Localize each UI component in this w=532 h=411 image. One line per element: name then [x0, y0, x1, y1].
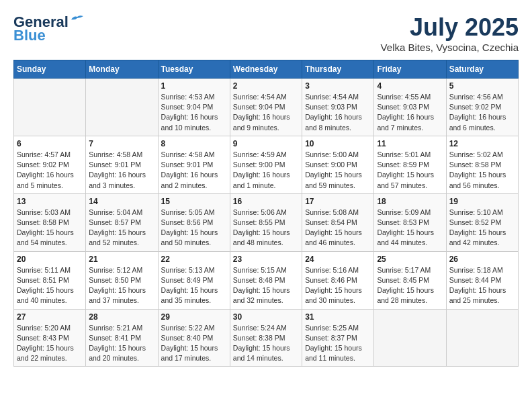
day-info: Sunrise: 5:06 AM Sunset: 8:55 PM Dayligh…	[233, 208, 299, 248]
calendar-cell: 22Sunrise: 5:13 AM Sunset: 8:49 PM Dayli…	[158, 251, 230, 309]
page-header: General Blue July 2025 Velka Bites, Vyso…	[13, 13, 519, 53]
day-number: 18	[377, 197, 443, 206]
calendar-cell: 12Sunrise: 5:02 AM Sunset: 8:58 PM Dayli…	[446, 136, 518, 193]
day-info: Sunrise: 5:13 AM Sunset: 8:49 PM Dayligh…	[161, 265, 227, 306]
col-header-monday: Monday	[86, 60, 158, 79]
day-number: 31	[305, 312, 371, 322]
col-header-sunday: Sunday	[14, 60, 86, 79]
calendar-cell: 20Sunrise: 5:11 AM Sunset: 8:51 PM Dayli…	[14, 251, 86, 309]
calendar-week-row: 1Sunrise: 4:53 AM Sunset: 9:04 PM Daylig…	[14, 79, 519, 136]
calendar-cell: 19Sunrise: 5:10 AM Sunset: 8:52 PM Dayli…	[446, 193, 518, 251]
day-info: Sunrise: 5:12 AM Sunset: 8:50 PM Dayligh…	[89, 265, 154, 306]
logo: General Blue	[13, 13, 85, 44]
day-info: Sunrise: 5:18 AM Sunset: 8:44 PM Dayligh…	[449, 265, 515, 306]
calendar-cell: 4Sunrise: 4:55 AM Sunset: 9:03 PM Daylig…	[374, 79, 446, 136]
calendar-cell	[14, 79, 86, 136]
day-number: 28	[89, 312, 154, 322]
day-info: Sunrise: 5:02 AM Sunset: 8:58 PM Dayligh…	[449, 150, 515, 191]
day-info: Sunrise: 5:05 AM Sunset: 8:56 PM Dayligh…	[161, 208, 227, 248]
day-number: 22	[161, 255, 227, 264]
day-info: Sunrise: 4:58 AM Sunset: 9:01 PM Dayligh…	[89, 150, 154, 191]
day-number: 26	[449, 255, 515, 264]
day-info: Sunrise: 5:24 AM Sunset: 8:38 PM Dayligh…	[233, 323, 299, 364]
day-info: Sunrise: 4:56 AM Sunset: 9:02 PM Dayligh…	[449, 92, 515, 133]
day-info: Sunrise: 4:54 AM Sunset: 9:04 PM Dayligh…	[233, 92, 299, 133]
calendar-cell: 5Sunrise: 4:56 AM Sunset: 9:02 PM Daylig…	[446, 79, 518, 136]
calendar-cell	[86, 79, 158, 136]
calendar-cell: 14Sunrise: 5:04 AM Sunset: 8:57 PM Dayli…	[86, 193, 158, 251]
day-number: 5	[449, 81, 515, 91]
day-number: 24	[305, 255, 371, 264]
calendar-cell	[374, 309, 446, 367]
day-number: 15	[161, 197, 227, 206]
day-info: Sunrise: 5:17 AM Sunset: 8:45 PM Dayligh…	[377, 265, 443, 306]
day-number: 14	[89, 197, 154, 206]
calendar-cell: 30Sunrise: 5:24 AM Sunset: 8:38 PM Dayli…	[230, 309, 302, 367]
day-number: 13	[17, 197, 83, 206]
day-info: Sunrise: 5:11 AM Sunset: 8:51 PM Dayligh…	[17, 265, 83, 306]
calendar-cell: 15Sunrise: 5:05 AM Sunset: 8:56 PM Dayli…	[158, 193, 230, 251]
day-number: 8	[161, 139, 227, 148]
calendar-week-row: 13Sunrise: 5:03 AM Sunset: 8:58 PM Dayli…	[14, 193, 519, 251]
calendar-cell: 26Sunrise: 5:18 AM Sunset: 8:44 PM Dayli…	[446, 251, 518, 309]
calendar-cell: 16Sunrise: 5:06 AM Sunset: 8:55 PM Dayli…	[230, 193, 302, 251]
calendar-cell: 31Sunrise: 5:25 AM Sunset: 8:37 PM Dayli…	[302, 309, 374, 367]
calendar-header-row: SundayMondayTuesdayWednesdayThursdayFrid…	[14, 60, 519, 79]
calendar-cell: 28Sunrise: 5:21 AM Sunset: 8:41 PM Dayli…	[86, 309, 158, 367]
day-number: 4	[377, 81, 443, 91]
calendar-cell: 6Sunrise: 4:57 AM Sunset: 9:02 PM Daylig…	[14, 136, 86, 193]
calendar-cell: 23Sunrise: 5:15 AM Sunset: 8:48 PM Dayli…	[230, 251, 302, 309]
col-header-friday: Friday	[374, 60, 446, 79]
col-header-saturday: Saturday	[446, 60, 518, 79]
calendar-cell: 21Sunrise: 5:12 AM Sunset: 8:50 PM Dayli…	[86, 251, 158, 309]
day-info: Sunrise: 5:00 AM Sunset: 9:00 PM Dayligh…	[305, 150, 371, 191]
day-number: 2	[233, 81, 299, 91]
day-info: Sunrise: 5:01 AM Sunset: 8:59 PM Dayligh…	[377, 150, 443, 191]
day-info: Sunrise: 4:55 AM Sunset: 9:03 PM Dayligh…	[377, 92, 443, 133]
calendar-cell: 3Sunrise: 4:54 AM Sunset: 9:03 PM Daylig…	[302, 79, 374, 136]
day-info: Sunrise: 5:20 AM Sunset: 8:43 PM Dayligh…	[17, 323, 83, 364]
day-info: Sunrise: 5:21 AM Sunset: 8:41 PM Dayligh…	[89, 323, 154, 364]
day-number: 23	[233, 255, 299, 264]
col-header-tuesday: Tuesday	[158, 60, 230, 79]
logo-bird-icon	[70, 14, 85, 25]
calendar-week-row: 27Sunrise: 5:20 AM Sunset: 8:43 PM Dayli…	[14, 309, 519, 367]
day-number: 6	[17, 139, 83, 148]
calendar-cell: 2Sunrise: 4:54 AM Sunset: 9:04 PM Daylig…	[230, 79, 302, 136]
calendar-cell: 7Sunrise: 4:58 AM Sunset: 9:01 PM Daylig…	[86, 136, 158, 193]
day-number: 10	[305, 139, 371, 148]
location: Velka Bites, Vysocina, Czechia	[381, 42, 519, 53]
calendar-cell: 8Sunrise: 4:58 AM Sunset: 9:01 PM Daylig…	[158, 136, 230, 193]
calendar-cell: 11Sunrise: 5:01 AM Sunset: 8:59 PM Dayli…	[374, 136, 446, 193]
day-number: 3	[305, 81, 371, 91]
day-number: 17	[305, 197, 371, 206]
day-number: 12	[449, 139, 515, 148]
day-info: Sunrise: 5:09 AM Sunset: 8:53 PM Dayligh…	[377, 208, 443, 248]
col-header-thursday: Thursday	[302, 60, 374, 79]
calendar-cell: 13Sunrise: 5:03 AM Sunset: 8:58 PM Dayli…	[14, 193, 86, 251]
day-number: 21	[89, 255, 154, 264]
calendar-cell: 25Sunrise: 5:17 AM Sunset: 8:45 PM Dayli…	[374, 251, 446, 309]
day-info: Sunrise: 4:58 AM Sunset: 9:01 PM Dayligh…	[161, 150, 227, 191]
day-info: Sunrise: 5:08 AM Sunset: 8:54 PM Dayligh…	[305, 208, 371, 248]
day-info: Sunrise: 4:53 AM Sunset: 9:04 PM Dayligh…	[161, 92, 227, 133]
day-info: Sunrise: 5:25 AM Sunset: 8:37 PM Dayligh…	[305, 323, 371, 364]
calendar-cell: 24Sunrise: 5:16 AM Sunset: 8:46 PM Dayli…	[302, 251, 374, 309]
calendar-cell: 27Sunrise: 5:20 AM Sunset: 8:43 PM Dayli…	[14, 309, 86, 367]
day-info: Sunrise: 5:16 AM Sunset: 8:46 PM Dayligh…	[305, 265, 371, 306]
calendar-cell: 10Sunrise: 5:00 AM Sunset: 9:00 PM Dayli…	[302, 136, 374, 193]
day-number: 7	[89, 139, 154, 148]
day-info: Sunrise: 5:10 AM Sunset: 8:52 PM Dayligh…	[449, 208, 515, 248]
calendar-table: SundayMondayTuesdayWednesdayThursdayFrid…	[13, 60, 519, 367]
day-info: Sunrise: 4:57 AM Sunset: 9:02 PM Dayligh…	[17, 150, 83, 191]
day-info: Sunrise: 5:22 AM Sunset: 8:40 PM Dayligh…	[161, 323, 227, 364]
day-number: 20	[17, 255, 83, 264]
day-info: Sunrise: 5:15 AM Sunset: 8:48 PM Dayligh…	[233, 265, 299, 306]
day-number: 30	[233, 312, 299, 322]
logo-blue: Blue	[13, 27, 46, 44]
col-header-wednesday: Wednesday	[230, 60, 302, 79]
calendar-cell: 29Sunrise: 5:22 AM Sunset: 8:40 PM Dayli…	[158, 309, 230, 367]
day-info: Sunrise: 5:04 AM Sunset: 8:57 PM Dayligh…	[89, 208, 154, 248]
day-number: 19	[449, 197, 515, 206]
day-number: 25	[377, 255, 443, 264]
